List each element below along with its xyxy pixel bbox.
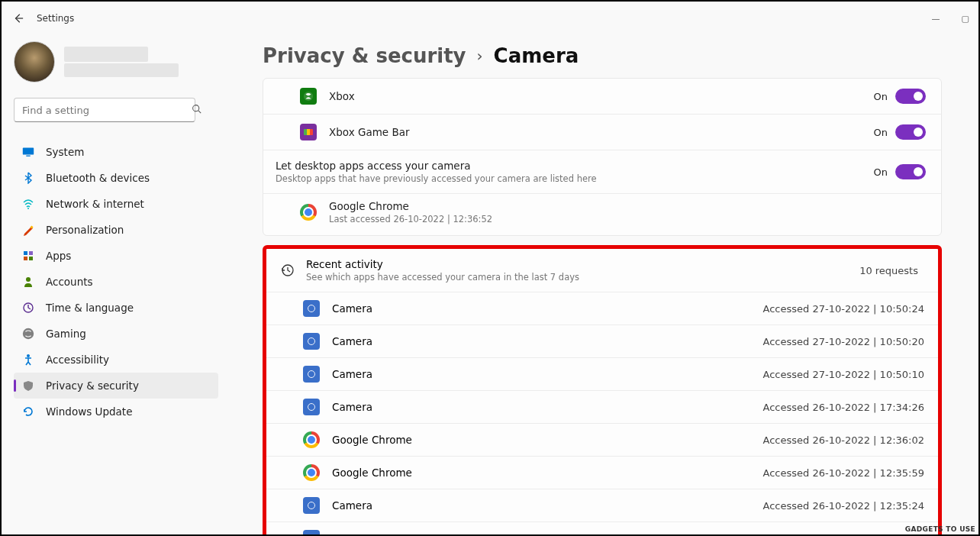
svg-point-9 xyxy=(26,277,31,282)
recent-sub: See which apps have accessed your camera… xyxy=(306,272,859,283)
sidebar-item-bluetooth[interactable]: Bluetooth & devices xyxy=(14,165,218,191)
back-button[interactable] xyxy=(11,11,26,26)
activity-timestamp: Accessed 26-10-2022 | 12:36:02 xyxy=(763,434,924,446)
toggle-xbox[interactable] xyxy=(895,89,926,104)
sidebar-item-accounts[interactable]: Accounts xyxy=(14,269,218,295)
watermark: GADGETS TO USE xyxy=(905,525,975,533)
app-row-xbox: Xbox On xyxy=(263,79,941,115)
activity-timestamp: Accessed 26-10-2022 | 12:35:24 xyxy=(763,500,924,512)
activity-timestamp: Accessed 27-10-2022 | 10:50:24 xyxy=(763,303,924,315)
activity-timestamp: Accessed 27-10-2022 | 10:50:20 xyxy=(763,336,924,347)
user-email-redacted xyxy=(64,63,179,77)
app-label: Xbox Game Bar xyxy=(329,126,874,138)
svg-rect-5 xyxy=(24,251,27,255)
sidebar-item-time-language[interactable]: Time & language xyxy=(14,295,218,321)
activity-row: CameraAccessed 27-10-2022 | 10:50:20 xyxy=(266,325,938,358)
activity-timestamp: Accessed 26-10-2022 | 12:32:27 xyxy=(763,533,924,537)
camera-icon xyxy=(303,333,320,350)
chrome-icon xyxy=(303,464,320,481)
toggle-gamebar[interactable] xyxy=(895,124,926,140)
recent-activity-panel: Recent activity See which apps have acce… xyxy=(263,245,942,536)
gamebar-icon xyxy=(300,124,317,140)
request-count: 10 requests xyxy=(859,265,918,276)
activity-app-name: Camera xyxy=(332,335,763,347)
activity-app-name: Camera xyxy=(332,499,763,512)
sidebar-item-system[interactable]: System xyxy=(14,139,218,165)
activity-timestamp: Accessed 26-10-2022 | 17:34:26 xyxy=(763,402,924,413)
activity-app-name: Camera xyxy=(332,532,763,536)
sidebar-item-label: Personalization xyxy=(46,224,124,236)
maximize-button[interactable]: ▢ xyxy=(962,14,969,24)
main-content: Privacy & security › Camera Xbox On Xbox… xyxy=(230,35,978,536)
toggle-state: On xyxy=(874,127,888,138)
system-icon xyxy=(21,145,35,159)
app-label: Google Chrome xyxy=(329,200,926,212)
svg-rect-8 xyxy=(29,257,33,260)
activity-app-name: Camera xyxy=(332,302,763,315)
sidebar-item-label: Accessibility xyxy=(46,354,109,366)
svg-point-13 xyxy=(304,92,313,101)
sidebar-item-label: System xyxy=(46,146,84,158)
page-title: Camera xyxy=(494,44,579,67)
svg-rect-7 xyxy=(24,257,27,260)
sidebar-item-accessibility[interactable]: Accessibility xyxy=(14,347,218,373)
sidebar-item-label: Network & internet xyxy=(46,198,144,210)
accounts-icon xyxy=(21,275,35,289)
breadcrumb-parent[interactable]: Privacy & security xyxy=(263,44,466,67)
sidebar-item-network[interactable]: Network & internet xyxy=(14,191,218,217)
recent-activity-header[interactable]: Recent activity See which apps have acce… xyxy=(266,249,938,292)
app-title: Settings xyxy=(37,13,74,24)
activity-row: CameraAccessed 27-10-2022 | 10:50:10 xyxy=(266,358,938,391)
sidebar-item-label: Apps xyxy=(46,250,71,262)
sidebar: System Bluetooth & devices Network & int… xyxy=(2,35,230,536)
avatar xyxy=(14,41,55,82)
camera-icon xyxy=(303,366,320,383)
camera-icon xyxy=(303,530,320,536)
camera-icon xyxy=(303,300,320,317)
breadcrumb: Privacy & security › Camera xyxy=(263,44,942,67)
history-icon xyxy=(280,263,294,277)
search-input[interactable] xyxy=(14,98,195,122)
activity-row: CameraAccessed 26-10-2022 | 12:32:27 xyxy=(266,522,938,536)
sidebar-item-label: Time & language xyxy=(46,302,134,314)
svg-point-11 xyxy=(23,328,34,339)
personalization-icon xyxy=(21,223,35,237)
camera-icon xyxy=(303,399,320,415)
activity-row: CameraAccessed 26-10-2022 | 17:34:26 xyxy=(266,391,938,424)
user-name-redacted xyxy=(64,47,148,62)
sidebar-item-personalization[interactable]: Personalization xyxy=(14,217,218,243)
toggle-desktop-apps[interactable] xyxy=(895,164,926,179)
windows-update-icon xyxy=(21,405,35,418)
activity-app-name: Google Chrome xyxy=(332,467,763,479)
sidebar-item-gaming[interactable]: Gaming xyxy=(14,321,218,347)
app-label: Xbox xyxy=(329,90,874,102)
sidebar-item-windows-update[interactable]: Windows Update xyxy=(14,399,218,425)
privacy-security-icon xyxy=(21,379,35,392)
recent-title: Recent activity xyxy=(306,258,859,270)
sidebar-item-privacy-security[interactable]: Privacy & security xyxy=(14,373,218,399)
activity-app-name: Camera xyxy=(332,368,763,380)
sidebar-item-label: Windows Update xyxy=(46,405,132,418)
apps-icon xyxy=(21,249,35,263)
sidebar-item-label: Privacy & security xyxy=(46,379,139,392)
sidebar-item-label: Bluetooth & devices xyxy=(46,172,150,184)
app-sub: Last accessed 26-10-2022 | 12:36:52 xyxy=(329,214,926,224)
desktop-apps-title: Let desktop apps access your camera xyxy=(276,160,874,172)
svg-rect-2 xyxy=(26,156,30,157)
activity-app-name: Google Chrome xyxy=(332,434,763,446)
accessibility-icon xyxy=(21,353,35,366)
gaming-icon xyxy=(21,327,35,341)
network-icon xyxy=(21,197,35,211)
activity-app-name: Camera xyxy=(332,401,763,413)
svg-rect-1 xyxy=(23,148,34,155)
sidebar-item-apps[interactable]: Apps xyxy=(14,243,218,269)
activity-row: Google ChromeAccessed 26-10-2022 | 12:36… xyxy=(266,424,938,457)
camera-icon xyxy=(303,497,320,514)
chrome-icon xyxy=(303,431,320,448)
app-row-gamebar: Xbox Game Bar On xyxy=(263,115,941,150)
time-language-icon xyxy=(21,301,35,315)
minimize-button[interactable]: — xyxy=(932,14,940,24)
user-profile[interactable] xyxy=(14,41,218,82)
svg-rect-6 xyxy=(29,251,33,255)
activity-row: CameraAccessed 26-10-2022 | 12:35:24 xyxy=(266,489,938,522)
